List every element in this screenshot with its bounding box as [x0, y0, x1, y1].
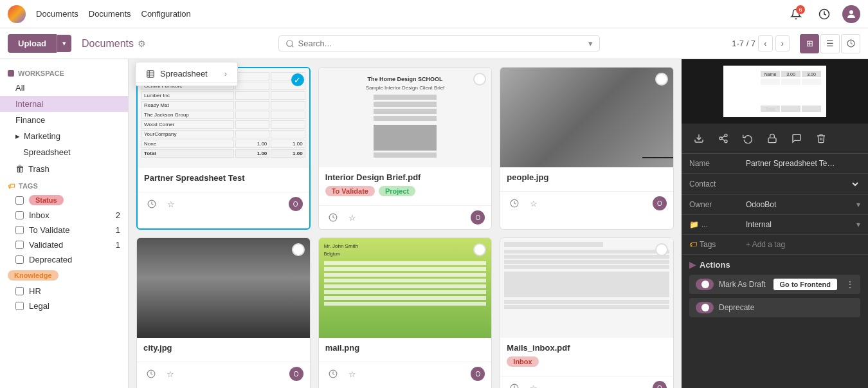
list-view-button[interactable]: ☰	[820, 34, 840, 53]
tag-status-item[interactable]: Status	[0, 192, 128, 208]
star-action-icon[interactable]: ☆	[526, 196, 541, 211]
panel-lock-icon[interactable]	[763, 129, 782, 148]
upload-dropdown-button[interactable]: ▾	[57, 35, 71, 52]
panel-name-value: Partner Spreadsheet Te…	[746, 159, 860, 168]
svg-point-1	[849, 10, 853, 14]
panel-contact-select[interactable]	[746, 179, 860, 189]
panel-actions-title[interactable]: ▶ Actions	[689, 260, 860, 270]
card-mail[interactable]: Mr. John Smith Belgium mail.png	[318, 237, 493, 388]
right-panel: Name 3.00 3.00 Total	[682, 59, 868, 388]
card-title: Partner Spreadsheet Test	[144, 173, 303, 183]
project-badge: Project	[379, 186, 415, 196]
tag-inbox-item[interactable]: Inbox 2	[0, 208, 128, 223]
panel-share-icon[interactable]	[714, 129, 733, 148]
card-check-icon[interactable]	[292, 243, 305, 256]
document-grid: Deco Addict Gemini Furniture Lumber Inc	[136, 67, 674, 388]
knowledge-badge: Knowledge	[8, 270, 59, 281]
panel-delete-icon[interactable]	[811, 129, 831, 148]
sidebar-item-spreadsheet[interactable]: Spreadsheet	[0, 144, 128, 160]
panel-mark-as-draft-button[interactable]: Mark As Draft Go to Frontend ⋮	[689, 275, 860, 294]
sidebar-item-hr[interactable]: HR	[0, 284, 128, 299]
sidebar-item-trash[interactable]: 🗑 Trash	[0, 160, 128, 177]
sidebar-item-legal[interactable]: Legal	[0, 299, 128, 313]
sidebar-item-knowledge[interactable]: Knowledge	[0, 267, 128, 284]
people-image	[500, 68, 673, 167]
card-title: Mails_inbox.pdf	[507, 343, 667, 353]
clock-action-icon[interactable]	[325, 210, 341, 225]
tag-validated-item[interactable]: Validated 1	[0, 237, 128, 252]
card-title: city.jpg	[143, 343, 303, 353]
notification-badge: 6	[796, 5, 805, 14]
nav-configuration[interactable]: Configuration	[141, 9, 191, 19]
panel-deprecate-button[interactable]: Deprecate	[689, 298, 860, 317]
sidebar-item-finance[interactable]: Finance	[0, 112, 128, 128]
pagination-next-button[interactable]: ›	[775, 35, 790, 51]
tag-hr-checkbox[interactable]	[15, 287, 24, 295]
tag-deprecated-checkbox[interactable]	[15, 255, 24, 264]
panel-owner-field: Owner OdooBot ▾	[682, 195, 868, 215]
notifications-button[interactable]: 6	[786, 4, 806, 24]
upload-button[interactable]: Upload	[8, 34, 57, 53]
card-city[interactable]: city.jpg ☆ O	[136, 237, 311, 388]
nav-documents-2[interactable]: Documents	[89, 9, 131, 19]
clock-action-icon[interactable]	[143, 366, 159, 382]
tag-legal-checkbox[interactable]	[15, 302, 24, 310]
goto-frontend-button[interactable]: Go to Frontend	[773, 279, 837, 290]
nav-documents-1[interactable]: Documents	[36, 9, 78, 19]
panel-download-icon[interactable]	[689, 129, 709, 148]
star-action-icon[interactable]: ☆	[345, 366, 360, 382]
star-action-icon[interactable]: ☆	[526, 380, 541, 388]
sidebar-item-all[interactable]: All	[0, 80, 128, 96]
tag-tovalidate-checkbox[interactable]	[15, 226, 24, 234]
panel-comment-icon[interactable]	[787, 129, 806, 148]
toggle-icon-2	[696, 302, 714, 313]
pdf-preview: The Home Design SCHOOL Sample Interior D…	[319, 68, 492, 167]
card-check-icon[interactable]: ✓	[291, 73, 304, 86]
search-input[interactable]	[298, 39, 584, 48]
card-check-icon[interactable]	[655, 243, 668, 256]
star-action-icon[interactable]: ☆	[163, 366, 178, 382]
tag-inbox-checkbox[interactable]	[15, 211, 24, 219]
card-interior-design[interactable]: The Home Design SCHOOL Sample Interior D…	[318, 67, 493, 230]
app-logo[interactable]	[8, 5, 26, 23]
user-avatar[interactable]	[842, 5, 860, 23]
card-people[interactable]: people.jpg ☆ O	[500, 67, 674, 230]
sidebar: WORKSPACE All Internal Finance ▸ Marketi…	[0, 59, 129, 388]
search-box: ▾	[278, 35, 600, 51]
grid-view-button[interactable]: ⊞	[800, 34, 819, 53]
star-action-icon[interactable]: ☆	[163, 196, 179, 212]
pagination-prev-button[interactable]: ‹	[758, 35, 772, 51]
card-check-icon[interactable]	[655, 73, 668, 86]
tag-inbox-count: 2	[116, 210, 120, 220]
spreadsheet-dropdown: Spreadsheet ›	[135, 62, 238, 86]
settings-gear-icon[interactable]: ⚙	[138, 39, 146, 49]
clock-view-button[interactable]	[841, 34, 860, 53]
sidebar-item-marketing[interactable]: ▸ Marketing	[0, 128, 128, 144]
panel-replace-icon[interactable]	[738, 129, 757, 148]
tag-deprecated-item[interactable]: Deprecated	[0, 252, 128, 267]
tag-status-checkbox[interactable]	[15, 196, 24, 205]
search-caret-icon[interactable]: ▾	[588, 39, 593, 48]
svg-line-3	[291, 45, 293, 47]
card-mails-inbox[interactable]: Mails_inbox.pdf Inbox ☆ O	[500, 237, 674, 388]
action-more-icon[interactable]: ⋮	[846, 280, 854, 289]
card-actions: ☆ O	[137, 362, 310, 385]
panel-owner-label: Owner	[689, 200, 741, 209]
panel-thumbnail: Name 3.00 3.00 Total	[682, 59, 868, 124]
tag-validated-checkbox[interactable]	[15, 241, 24, 249]
workspace-label: WORKSPACE	[8, 69, 120, 77]
panel-tags-input[interactable]: + Add a tag	[746, 240, 860, 249]
card-partner-spreadsheet[interactable]: Deco Addict Gemini Furniture Lumber Inc	[136, 67, 311, 230]
clock-button[interactable]	[814, 4, 835, 24]
clock-action-icon[interactable]	[325, 366, 341, 382]
card-tags: To Validate Project	[325, 186, 485, 196]
clock-action-icon[interactable]	[507, 196, 522, 211]
clock-action-icon[interactable]	[144, 196, 159, 212]
tag-status-badge: Status	[29, 195, 64, 205]
star-action-icon[interactable]: ☆	[345, 210, 360, 225]
pagination: 1-7 / 7 ‹ ›	[732, 35, 790, 51]
sidebar-item-internal[interactable]: Internal	[0, 96, 128, 112]
clock-action-icon[interactable]	[507, 380, 522, 388]
tag-tovalidate-item[interactable]: To Validate 1	[0, 223, 128, 237]
pagination-text: 1-7 / 7	[732, 39, 755, 48]
